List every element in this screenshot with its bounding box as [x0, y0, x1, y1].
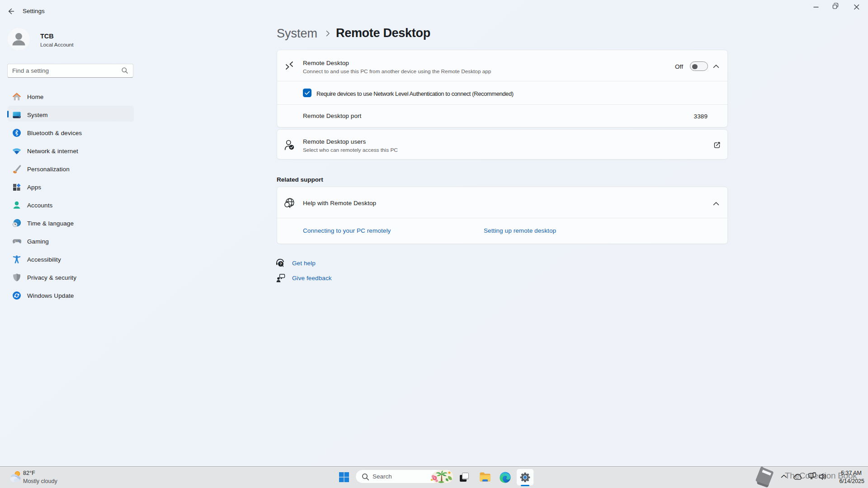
svg-text:?: ? — [279, 262, 282, 266]
